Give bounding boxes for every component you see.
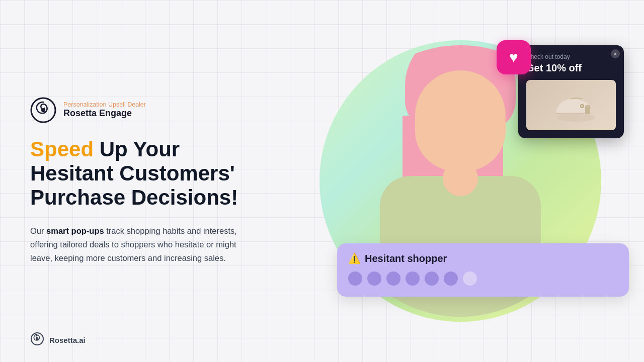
logo-icon	[30, 97, 56, 123]
description-prefix: Our	[30, 226, 46, 235]
close-button[interactable]: ×	[611, 49, 620, 58]
logo-title-bold: Engage	[99, 108, 132, 118]
bottom-logo-icon	[30, 332, 44, 348]
left-panel: Personalization Upsell Dealer Rosetta En…	[30, 97, 277, 265]
svg-point-5	[581, 105, 584, 108]
logo-title-regular: Rosetta	[63, 108, 99, 118]
hesitant-badge: ⚠️ Hesitant shopper	[337, 243, 629, 297]
notif-check-today: Check out today	[526, 53, 616, 60]
person-head	[415, 70, 506, 171]
logo-title: Rosetta Engage	[63, 108, 146, 119]
bottom-logo: Rosetta.ai	[30, 332, 86, 348]
heart-badge: ♥	[497, 40, 531, 74]
dot-4	[406, 272, 420, 286]
dot-5	[425, 272, 439, 286]
headline: Speed Up YourHesitant Customers'Purchase…	[30, 137, 277, 210]
dot-3	[386, 272, 400, 286]
hesitant-label: Hesitant shopper	[365, 253, 447, 264]
dot-7	[463, 272, 477, 286]
svg-point-7	[36, 338, 39, 340]
shoe-image	[526, 80, 616, 130]
logo-area: Personalization Upsell Dealer Rosetta En…	[30, 97, 277, 123]
person-neck	[443, 161, 478, 196]
dot-6	[444, 272, 458, 286]
dot-1	[348, 272, 362, 286]
heart-icon: ♥	[509, 49, 518, 66]
notification-card: × Check out today Get 10% off	[518, 45, 624, 138]
svg-point-2	[557, 114, 595, 122]
dot-2	[367, 272, 381, 286]
dots-row	[348, 272, 618, 286]
right-panel: ♥ × Check out today Get 10% off	[307, 25, 614, 337]
main-container: Personalization Upsell Dealer Rosetta En…	[0, 0, 644, 362]
notif-discount: Get 10% off	[526, 62, 616, 74]
bottom-logo-text: Rosetta.ai	[49, 336, 86, 344]
hesitant-title: ⚠️ Hesitant shopper	[348, 252, 618, 264]
logo-text-block: Personalization Upsell Dealer Rosetta En…	[63, 101, 146, 119]
svg-rect-3	[585, 105, 590, 114]
warning-icon: ⚠️	[348, 252, 361, 264]
headline-speed: Speed	[30, 137, 94, 161]
logo-subtitle: Personalization Upsell Dealer	[63, 101, 146, 108]
svg-point-1	[41, 108, 45, 112]
description: Our smart pop-ups track shopping habits …	[30, 224, 257, 265]
description-bold: smart pop-ups	[46, 226, 104, 235]
